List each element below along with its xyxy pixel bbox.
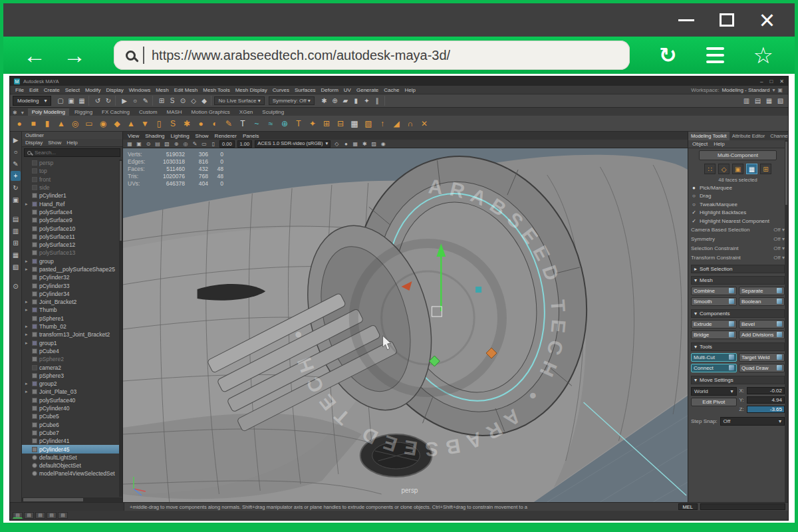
setting-symmetry[interactable]: SymmetryOff ▾ [691,235,785,243]
menu-surfaces[interactable]: Surfaces [295,87,316,93]
boolean-button[interactable]: Boolean [739,297,785,306]
mtk-menu-object[interactable]: Object [692,141,708,147]
outliner-item-defaultobjectset[interactable]: defaultObjectSet [22,462,122,469]
poly-disc-icon[interactable]: ◉ [96,117,110,130]
outliner-item-persp[interactable]: persp [22,159,122,167]
render-frame-icon[interactable]: ▰ [340,96,350,106]
construction-history-icon[interactable]: ⊕ [330,96,340,106]
poly-platonic-icon[interactable]: ◆ [110,117,124,130]
outliner-item-pcylinder34[interactable]: pCylinder34 [22,290,122,298]
section-tools[interactable]: ▾Tools [691,342,785,351]
edit-pivot-button[interactable]: Edit Pivot [691,398,737,406]
setting-transform-constraint[interactable]: Transform ConstraintOff ▾ [691,254,785,262]
multi-cut-button[interactable]: Multi-Cut [691,353,737,362]
poly-pyramid-icon[interactable]: ▲ [124,117,138,130]
layout-four-panes-icon[interactable]: ⊞ [11,238,21,248]
gamma-field[interactable]: 1.00 [237,140,253,148]
outliner-item-polysurface12[interactable]: polySurface12 [22,241,122,249]
save-scene-icon[interactable]: ▦ [76,96,86,106]
film-gate-icon[interactable]: ▭ [200,140,208,148]
shelf-menu-icon[interactable]: ▾ [21,110,24,116]
shelf-tab-sculpting[interactable]: Sculpting [258,108,288,116]
option-tweak-marquee[interactable]: ○Tweak/Marquee [691,201,785,208]
section-move-settings[interactable]: ▾Move Settings [691,376,785,384]
url-text[interactable]: https://www.arabseedtech.com/autodesk-ma… [152,48,450,63]
menu-modify[interactable]: Modify [85,87,101,93]
lasso-tool-icon[interactable]: ○ [11,147,21,157]
outliner-item-psphere2[interactable]: pSphere2 [22,355,122,363]
resolution-gate-icon[interactable]: ▯ [209,140,217,148]
poly-plane-icon[interactable]: ▭ [82,117,96,130]
section-components[interactable]: ▾Components [691,309,785,318]
layout-persp-outliner-icon[interactable]: ▤ [47,512,57,519]
select-tool-icon[interactable]: ▶ [11,135,21,145]
setting-value[interactable]: Off ▾ [773,245,785,251]
viewport-menu-renderer[interactable]: Renderer [215,133,237,139]
bezier-curve-tool-icon[interactable]: ≈ [264,117,277,130]
snap-grid-icon[interactable]: ⊞ [156,96,166,106]
grease-pencil-icon[interactable]: ✎ [191,140,199,148]
outliner-item-hand-ref[interactable]: ▸Hand_Ref [22,200,122,207]
bookmarks-icon[interactable]: ▤ [154,140,162,148]
tab-channel-b[interactable]: Channel B [767,132,788,140]
type-tool-icon[interactable]: T [292,117,305,130]
symmetry-dropdown[interactable]: Symmetry: Off ▾ [269,96,315,105]
layout-single-pane-icon[interactable]: ▤ [13,512,23,519]
bridge-shelf-icon[interactable]: ∩ [404,117,417,130]
tab-attribute-editor[interactable]: Attribute Editor [730,132,768,140]
poly-cube-icon[interactable]: ■ [27,117,40,130]
select-camera-icon[interactable]: ▦ [126,140,134,148]
maya-maximize-icon[interactable]: □ [769,78,773,84]
back-button[interactable]: ← [23,44,46,66]
render-settings-icon[interactable]: ✦ [362,96,372,106]
outliner-search[interactable] [24,148,120,157]
forward-button[interactable]: → [63,44,86,66]
bevel-shelf-icon[interactable]: ◢ [390,117,403,130]
maya-minimize-icon[interactable]: – [760,78,763,84]
outliner-item-pcylinder33[interactable]: pCylinder33 [22,281,122,289]
lock-camera-icon[interactable]: ▣ [135,140,143,148]
menu-mesh[interactable]: Mesh [156,87,169,93]
axis-value-field[interactable]: 4.94 [747,396,785,404]
viewport-menu-shading[interactable]: Shading [145,133,164,139]
multi-cut-shelf-icon[interactable]: ✕ [418,117,431,130]
menu-uv[interactable]: UV [344,87,351,93]
menu-icon[interactable] [706,47,724,63]
menu-select[interactable]: Select [65,87,80,93]
maya-close-icon[interactable]: ✕ [779,78,784,84]
poly-torus-icon[interactable]: ◎ [68,117,82,130]
command-line-input[interactable] [700,503,785,510]
setting-value[interactable]: Off ▾ [773,236,785,242]
layout-outliner-persp-icon[interactable]: ▦ [11,250,21,260]
outliner-item-group[interactable]: ▸group [22,257,122,265]
expand-arrow-icon[interactable]: ▸ [25,307,30,313]
outliner-item-pcube7[interactable]: pCube7 [22,429,122,437]
outliner-item-joint-plate-03[interactable]: ▸Joint_Plate_03 [22,388,122,396]
rotate-tool-icon[interactable]: ↻ [11,183,21,193]
layout-four-panes-icon[interactable]: ▤ [35,512,45,519]
combine-shelf-icon[interactable]: ▦ [348,117,361,130]
menu-file[interactable]: File [15,87,24,93]
workspace-selector[interactable]: Workspace: Modeling - Standard ▾ ▣ [691,87,783,93]
menu-windows[interactable]: Windows [129,87,150,93]
refresh-button[interactable]: ↻ [659,45,677,66]
tab-modeling-toolkit[interactable]: Modeling Toolkit [688,132,730,140]
redo-icon[interactable]: ↻ [103,96,113,106]
separate-shelf-icon[interactable]: ▧ [362,117,375,130]
exposure-field[interactable]: 0.00 [219,140,235,148]
setting-selection-constraint[interactable]: Selection ConstraintOff ▾ [691,245,785,253]
window-maximize-icon[interactable] [720,13,734,27]
outliner-item-camera2[interactable]: camera2 [22,363,122,371]
make-live-icon[interactable]: ◆ [199,96,209,106]
wireframe-display-icon[interactable]: ◇ [332,140,340,148]
separate-button[interactable]: Separate [739,287,785,295]
radio-icon[interactable]: ○ [691,193,697,199]
multi-component-button[interactable]: Multi-Component [699,150,777,160]
mel-label[interactable]: MEL [678,503,698,510]
paint-select-tool-icon[interactable]: ✎ [11,159,21,169]
undo-icon[interactable]: ↺ [92,96,102,106]
option-pick-marquee[interactable]: ●Pick/Marquee [691,184,785,192]
viewport-menu-show[interactable]: Show [196,133,209,139]
ipr-render-icon[interactable]: ▮ [351,96,361,106]
screen-space-ao-icon[interactable]: ◉ [379,140,387,148]
